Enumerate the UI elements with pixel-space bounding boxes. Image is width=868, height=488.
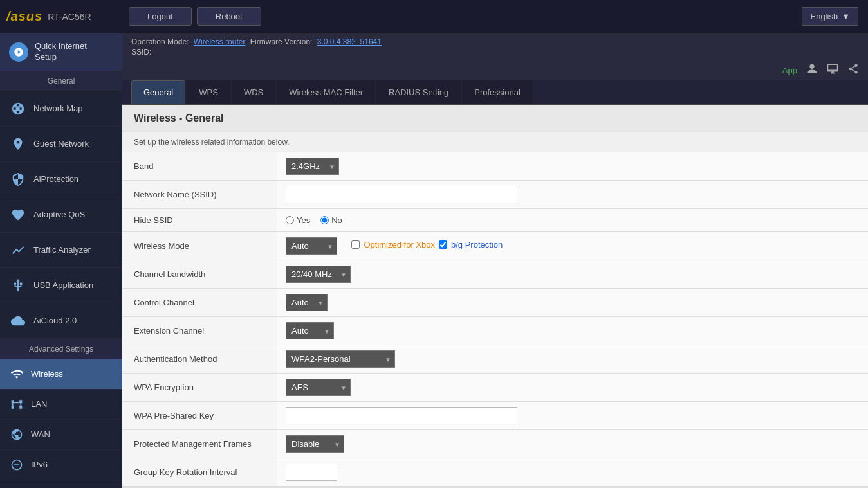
- optimized-xbox-label: Optimized for Xbox: [364, 240, 435, 249]
- user-icon[interactable]: [806, 63, 818, 77]
- hide-ssid-no-radio[interactable]: [320, 216, 329, 224]
- tab-wds[interactable]: WDS: [232, 80, 275, 104]
- pmf-select[interactable]: Disable Capable Required: [286, 435, 344, 453]
- control-channel-select[interactable]: Auto 123 456 789 1011: [286, 294, 328, 311]
- firmware-label: Firmware Version:: [250, 37, 313, 46]
- sidebar-item-label: Guest Network: [33, 139, 89, 149]
- hide-ssid-yes-radio[interactable]: [286, 216, 294, 224]
- control-channel-select-wrapper: Auto 123 456 789 1011: [286, 294, 328, 311]
- language-selector[interactable]: English ▼: [802, 7, 858, 26]
- wpa-enc-control: AES TKIP TKIP+AES: [277, 374, 868, 402]
- tab-general[interactable]: General: [131, 80, 185, 104]
- sidebar-item-traffic-analyzer[interactable]: Traffic Analyzer: [0, 233, 122, 268]
- tab-wps[interactable]: WPS: [187, 80, 230, 104]
- pmf-select-wrapper: Disable Capable Required: [286, 435, 344, 453]
- ssid-bar: SSID:: [122, 46, 868, 60]
- reboot-button[interactable]: Reboot: [197, 7, 261, 26]
- control-channel-label: Control Channel: [122, 289, 277, 317]
- sidebar-item-adaptive-qos[interactable]: Adaptive QoS: [0, 197, 122, 233]
- extension-channel-label: Extension Channel: [122, 317, 277, 345]
- sidebar-item-label: Wireless: [31, 369, 63, 379]
- form-row-wireless-mode: Wireless Mode Auto N only B/G/N Legacy: [122, 232, 868, 260]
- operation-mode-label: Operation Mode:: [131, 37, 189, 46]
- panel-content: Wireless - General Set up the wireless r…: [122, 105, 868, 488]
- sidebar-item-wan[interactable]: WAN: [0, 420, 122, 450]
- bg-protection-label: b/g Protection: [451, 240, 503, 249]
- sidebar-item-ipv6[interactable]: IPv6: [0, 450, 122, 480]
- sidebar-item-aiprotection[interactable]: AiProtection: [0, 162, 122, 197]
- panel-subtitle: Set up the wireless related information …: [122, 132, 868, 152]
- sidebar-advanced-header: Advanced Settings: [0, 339, 122, 359]
- sidebar-item-label: Network Map: [33, 104, 83, 113]
- sidebar-item-label: Adaptive QoS: [33, 210, 85, 219]
- optimized-xbox-checkbox[interactable]: [351, 240, 360, 249]
- band-label: Band: [122, 152, 277, 181]
- wireless-icon: [9, 366, 24, 382]
- tab-radius-setting[interactable]: RADIUS Setting: [376, 80, 461, 104]
- extension-channel-select[interactable]: Auto Above Below: [286, 322, 334, 339]
- ssid-input[interactable]: [286, 186, 517, 203]
- sidebar-item-quick-setup[interactable]: Quick InternetSetup: [0, 33, 122, 71]
- extension-channel-select-wrapper: Auto Above Below: [286, 322, 334, 339]
- wpa-key-label: WPA Pre-Shared Key: [122, 402, 277, 430]
- group-key-control: 3600: [277, 458, 868, 487]
- group-key-input[interactable]: 3600: [286, 464, 337, 481]
- aicloud-icon: [9, 312, 27, 330]
- tabs-bar: General WPS WDS Wireless MAC Filter RADI…: [122, 80, 868, 105]
- firmware-version[interactable]: 3.0.0.4.382_51641: [317, 37, 382, 46]
- form-row-band: Band 2.4GHz 5GHz: [122, 152, 868, 181]
- logout-button[interactable]: Logout: [129, 7, 192, 26]
- channel-bw-select-wrapper: 20 MHz 20/40 MHz 40 MHz: [286, 266, 351, 283]
- sidebar-item-label: USB Application: [33, 280, 93, 290]
- sidebar-item-guest-network[interactable]: Guest Network: [0, 127, 122, 162]
- tab-professional[interactable]: Professional: [462, 80, 533, 104]
- sidebar-item-network-map[interactable]: Network Map: [0, 91, 122, 127]
- auth-method-control: Open System WPA-Personal WPA2-Personal W…: [277, 345, 868, 374]
- monitor-icon[interactable]: [827, 63, 838, 77]
- form-row-auth-method: Authentication Method Open System WPA-Pe…: [122, 345, 868, 374]
- top-bar: /asus RT-AC56R Logout Reboot English ▼: [0, 0, 868, 33]
- hide-ssid-label: Hide SSID: [122, 209, 277, 232]
- wpa-enc-select[interactable]: AES TKIP TKIP+AES: [286, 379, 351, 396]
- sidebar-item-label: LAN: [31, 399, 47, 409]
- share-icon[interactable]: [847, 63, 859, 77]
- sidebar-item-vpn[interactable]: VPN: [0, 480, 122, 488]
- app-link[interactable]: App: [782, 66, 797, 75]
- hide-ssid-no-option[interactable]: No: [320, 215, 342, 225]
- ssid-field-label: Network Name (SSID): [122, 181, 277, 209]
- channel-bw-label: Channel bandwidth: [122, 260, 277, 289]
- band-select-wrapper: 2.4GHz 5GHz: [286, 158, 339, 175]
- group-key-label: Group Key Rotation Interval: [122, 458, 277, 487]
- extension-channel-control: Auto Above Below: [277, 317, 868, 345]
- sidebar: Quick InternetSetup General Network Map …: [0, 33, 122, 488]
- guest-network-icon: [9, 135, 27, 153]
- band-select[interactable]: 2.4GHz 5GHz: [286, 158, 339, 175]
- wpa-key-input[interactable]: MyNewSuperSecurePassword: [286, 407, 517, 424]
- usb-application-icon: [9, 276, 27, 294]
- sidebar-item-lan[interactable]: LAN: [0, 390, 122, 420]
- ipv6-icon: [9, 457, 24, 473]
- adaptive-qos-icon: [9, 206, 27, 224]
- content-area: Operation Mode: Wireless router Firmware…: [122, 33, 868, 488]
- sidebar-item-label: WAN: [31, 429, 50, 439]
- sidebar-item-wireless[interactable]: Wireless: [0, 359, 122, 390]
- network-map-icon: [9, 100, 27, 118]
- bg-protection-checkbox[interactable]: [439, 240, 447, 249]
- hide-ssid-control: Yes No: [277, 209, 868, 232]
- logo-asus: /asus: [6, 9, 42, 24]
- hide-ssid-radio-group: Yes No: [286, 215, 859, 225]
- sidebar-item-aicloud[interactable]: AiCloud 2.0: [0, 303, 122, 339]
- operation-mode-link[interactable]: Wireless router: [194, 37, 246, 46]
- chevron-down-icon: ▼: [842, 12, 850, 21]
- sidebar-general-header: General: [0, 71, 122, 91]
- tab-wireless-mac-filter[interactable]: Wireless MAC Filter: [277, 80, 375, 104]
- panel-title: Wireless - General: [122, 105, 868, 132]
- auth-method-select[interactable]: Open System WPA-Personal WPA2-Personal W…: [286, 350, 395, 368]
- wireless-mode-select[interactable]: Auto N only B/G/N Legacy: [286, 237, 337, 255]
- sidebar-item-usb-application[interactable]: USB Application: [0, 268, 122, 303]
- top-right: English ▼: [802, 7, 868, 26]
- channel-bw-select[interactable]: 20 MHz 20/40 MHz 40 MHz: [286, 266, 351, 283]
- sidebar-item-label: AiCloud 2.0: [33, 316, 77, 325]
- quick-setup-label: Quick InternetSetup: [35, 41, 87, 63]
- hide-ssid-yes-option[interactable]: Yes: [286, 215, 310, 225]
